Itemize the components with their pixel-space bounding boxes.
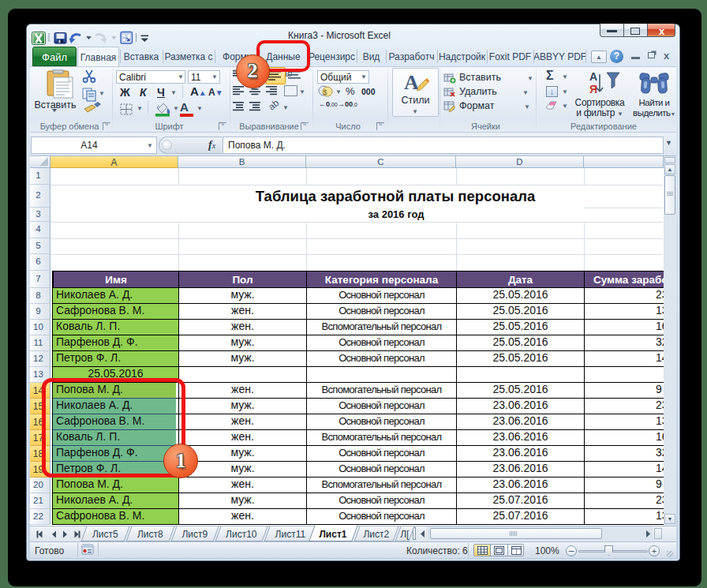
svg-text:A: A [404,71,419,94]
svg-text:$: $ [323,88,327,96]
svg-text:Я: Я [589,83,597,96]
svg-text:А: А [589,70,597,83]
